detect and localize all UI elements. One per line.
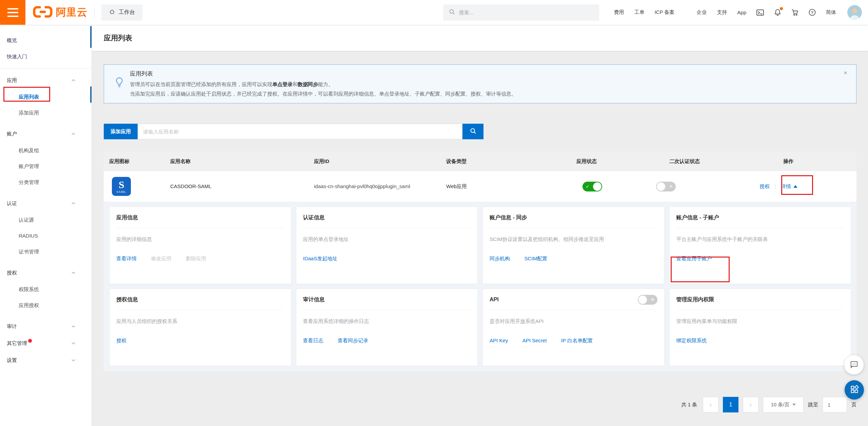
col-mfa-status: 二次认证状态 bbox=[669, 151, 700, 171]
nav-tickets[interactable]: 工单 bbox=[634, 9, 644, 16]
card-desc: SCIM协议设置以及把组织机构、组同步推送至应用 bbox=[490, 236, 657, 243]
card-title: 审计信息 bbox=[303, 289, 471, 310]
bind-permission-system-link[interactable]: 绑定权限系统 bbox=[676, 338, 707, 344]
notifications-bell-icon[interactable] bbox=[774, 8, 782, 16]
view-logs-link[interactable]: 查看日志 bbox=[303, 338, 323, 344]
api-key-link[interactable]: API Key bbox=[490, 338, 508, 343]
workbench-button[interactable]: 工作台 bbox=[101, 4, 142, 21]
sidebar-indicator-app-list bbox=[90, 86, 92, 103]
sidebar-group-authorization[interactable]: 授权 bbox=[0, 264, 92, 281]
global-search-input[interactable] bbox=[459, 9, 594, 15]
terminal-icon[interactable] bbox=[756, 8, 764, 17]
card-title: API ✕ bbox=[490, 289, 657, 310]
sidebar-item-cert-mgmt[interactable]: 证书管理 bbox=[0, 244, 92, 260]
apps-shortcut-button[interactable] bbox=[845, 380, 864, 400]
notice-banner: 应用列表 管理员可以在当前页面管理已经添加的所有应用，应用可以实现单点登录和数据… bbox=[104, 64, 856, 103]
nav-app[interactable]: App bbox=[737, 9, 746, 15]
page-size-select[interactable]: 10 条/页 bbox=[763, 397, 804, 412]
notification-dot bbox=[780, 7, 783, 10]
nav-icp[interactable]: ICP 备案 bbox=[654, 9, 674, 16]
banner-line2: 当添加完应用后，应该确认应用处于启用状态，并已经完成了授权。在应用详情中，可以看… bbox=[130, 89, 836, 99]
ip-whitelist-link[interactable]: IP 白名单配置 bbox=[561, 338, 593, 344]
card-desc: 应用的详细信息 bbox=[116, 236, 284, 243]
view-detail-link[interactable]: 查看详情 bbox=[116, 256, 137, 262]
svg-text:?: ? bbox=[811, 11, 813, 15]
card-account-sync: 账户信息 - 同步 SCIM协议设置以及把组织机构、组同步推送至应用 同步机构 … bbox=[482, 207, 665, 284]
col-app-name: 应用名称 bbox=[170, 151, 191, 171]
sidebar-group-settings[interactable]: 设置 bbox=[0, 352, 92, 369]
home-icon bbox=[109, 8, 115, 16]
view-sync-records-link[interactable]: 查看同步记录 bbox=[338, 338, 368, 344]
page-unit: 页 bbox=[851, 402, 856, 408]
sidebar-item-radius[interactable]: RADIUS bbox=[0, 228, 92, 244]
help-icon[interactable]: ? bbox=[808, 8, 816, 16]
sidebar-group-accounts[interactable]: 账户 bbox=[0, 125, 92, 142]
card-desc: 应用与人员组织的授权关系 bbox=[116, 318, 284, 325]
sidebar-item-permission-system[interactable]: 权限系统 bbox=[0, 281, 92, 297]
current-page-button[interactable]: 1 bbox=[723, 397, 738, 412]
topbar-divider bbox=[94, 8, 95, 17]
card-title: 管理应用内权限 bbox=[676, 289, 844, 310]
collapse-triangle-icon[interactable] bbox=[793, 185, 797, 188]
sidebar-item-account-mgmt[interactable]: 账户管理 bbox=[0, 158, 92, 174]
nav-enterprise[interactable]: 企业 bbox=[696, 9, 707, 16]
sidebar-group-applications[interactable]: 应用 bbox=[0, 72, 92, 89]
card-desc: 查看应用系统详细的操作日志 bbox=[303, 318, 471, 325]
sidebar-group-other-mgmt[interactable]: 其它管理 bbox=[0, 335, 92, 352]
card-title: 授权信息 bbox=[116, 289, 284, 310]
scim-config-link[interactable]: SCIM配置 bbox=[524, 256, 547, 262]
mfa-status-toggle[interactable]: ✕ bbox=[656, 182, 676, 191]
authorize-link[interactable]: 授权 bbox=[760, 183, 770, 190]
sidebar-item-add-app[interactable]: 添加应用 bbox=[0, 105, 92, 121]
page-title: 应用列表 bbox=[104, 33, 132, 43]
sidebar-item-category-mgmt[interactable]: 分类管理 bbox=[0, 174, 92, 190]
nav-billing[interactable]: 费用 bbox=[614, 9, 624, 16]
card-app-info: 应用信息 应用的详细信息 查看详情 修改应用 删除应用 bbox=[109, 207, 291, 284]
idaas-sso-link[interactable]: IDaaS发起地址 bbox=[303, 256, 338, 262]
api-secret-link[interactable]: API Secret bbox=[522, 338, 547, 343]
sidebar-item-overview[interactable]: 概览 bbox=[0, 32, 92, 48]
sidebar-item-app-list[interactable]: 应用列表 bbox=[0, 89, 92, 105]
hamburger-menu-button[interactable] bbox=[0, 0, 25, 25]
col-device-type: 设备类型 bbox=[446, 151, 467, 171]
card-auth-info: 认证信息 应用的单点登录地址 IDaaS发起地址 bbox=[296, 207, 478, 284]
workbench-label: 工作台 bbox=[119, 9, 135, 16]
app-name: CASDOOR-SAML bbox=[170, 171, 212, 202]
sync-org-link[interactable]: 同步机构 bbox=[490, 256, 510, 262]
search-button[interactable] bbox=[462, 124, 484, 139]
avatar[interactable] bbox=[847, 5, 862, 20]
language-switch[interactable]: 简体 bbox=[826, 9, 836, 16]
sidebar-group-authentication[interactable]: 认证 bbox=[0, 195, 92, 212]
jump-label: 跳至 bbox=[808, 402, 818, 408]
sidebar-item-org-groups[interactable]: 机构及组 bbox=[0, 142, 92, 158]
sidebar-indicator-overview bbox=[90, 26, 92, 48]
close-icon[interactable]: × bbox=[844, 69, 847, 76]
card-desc: 应用的单点登录地址 bbox=[303, 236, 471, 243]
feedback-chat-button[interactable] bbox=[844, 355, 864, 374]
nav-support[interactable]: 支持 bbox=[717, 9, 727, 16]
chevron-down-icon bbox=[792, 404, 796, 406]
global-search[interactable] bbox=[443, 4, 599, 21]
authorize-card-link[interactable]: 授权 bbox=[116, 338, 126, 344]
add-app-button[interactable]: 添加应用 bbox=[104, 124, 138, 139]
sidebar-item-auth-source[interactable]: 认证源 bbox=[0, 212, 92, 228]
card-title: 应用信息 bbox=[116, 207, 284, 228]
card-in-app-permissions: 管理应用内权限 管理应用内菜单与功能权限 绑定权限系统 bbox=[669, 289, 851, 366]
sidebar-item-quickstart[interactable]: 快速入门 bbox=[0, 48, 92, 65]
app-table: 应用图标 应用名称 应用ID 设备类型 应用状态 二次认证状态 操作 S SAM… bbox=[104, 151, 856, 371]
main-content: 应用列表 应用列表 管理员可以在当前页面管理已经添加的所有应用，应用可以实现单点… bbox=[92, 25, 868, 426]
cart-icon[interactable] bbox=[791, 8, 799, 16]
view-sub-account-link[interactable]: 查看应用子账户 bbox=[676, 256, 712, 262]
prev-page-button[interactable]: ‹ bbox=[703, 397, 718, 412]
app-status-toggle[interactable]: ✓ bbox=[583, 182, 602, 191]
next-page-button[interactable]: › bbox=[743, 397, 758, 412]
col-app-icon: 应用图标 bbox=[109, 151, 130, 171]
aliyun-logo[interactable]: 阿里云 bbox=[33, 5, 87, 19]
jump-page-input[interactable] bbox=[823, 397, 847, 412]
detail-link[interactable]: 详情 bbox=[781, 183, 791, 190]
app-name-search-input[interactable] bbox=[138, 124, 462, 139]
chevron-up-icon bbox=[72, 79, 75, 82]
sidebar-group-audit[interactable]: 审计 bbox=[0, 318, 92, 335]
api-toggle[interactable]: ✕ bbox=[638, 295, 657, 305]
sidebar-item-app-authorization[interactable]: 应用授权 bbox=[0, 297, 92, 313]
